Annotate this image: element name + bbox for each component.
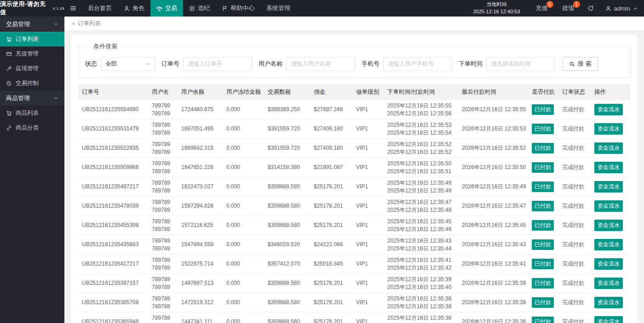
topbar-right: 当地时间 2025-12-16 12:40:53 充值 0 提现 1 admin: [465, 0, 644, 17]
sidebar-item-goods-category[interactable]: 商品分类: [0, 120, 64, 135]
cell-status: 完成付款: [558, 293, 591, 312]
cell-order-time: 2025年12月16日 12:35:432025年12月16日 12:35:44: [384, 235, 458, 255]
cell-order-no: UB2512161235455398: [78, 216, 148, 235]
search-button[interactable]: 搜 索: [563, 57, 598, 71]
sidebar-item-order-list[interactable]: 订单列表: [0, 32, 64, 46]
cell-amount: $357412.070: [264, 255, 310, 274]
refresh-button[interactable]: [582, 0, 599, 17]
col-action: 操作: [591, 84, 630, 100]
nav-item-label: 系统管理: [266, 4, 290, 12]
search-panel: 条件搜索 状态 全部 订单号 用户名称 手机号 下单时间 搜 索: [78, 42, 630, 78]
user-menu[interactable]: admin: [599, 0, 644, 17]
app-version: V.1.26: [53, 6, 64, 11]
sidebar-item-label: 商品分类: [16, 124, 39, 132]
nav-item-label: 帮助中心: [230, 4, 254, 12]
fund-flow-button[interactable]: 资金流水: [594, 181, 623, 193]
cell-level: VIP1: [352, 216, 384, 235]
cell-paid: 已付款: [528, 119, 558, 139]
cell-username: 789789789789: [148, 177, 178, 197]
cell-frozen: 0.000: [223, 177, 264, 197]
phone-input[interactable]: [383, 57, 452, 71]
col-order-time: 下单时间/付款时间: [384, 84, 458, 100]
sidebar-toggle-button[interactable]: [64, 0, 82, 17]
recharge-button[interactable]: 充值 0: [529, 0, 555, 17]
fund-flow-button[interactable]: 资金流水: [594, 258, 623, 270]
fund-flow-button[interactable]: 资金流水: [594, 316, 623, 323]
sidebar-item-label: 交易控制: [16, 79, 39, 87]
search-legend: 条件搜索: [90, 42, 121, 51]
cell-username: 789789789789: [148, 100, 178, 119]
cell-order-time: 2025年12月16日 12:35:472025年12月16日 12:35:48: [384, 197, 458, 216]
fund-flow-button[interactable]: 资金流水: [594, 220, 623, 231]
hamburger-icon: [70, 5, 76, 11]
nav-item-records[interactable]: 选纪: [183, 0, 216, 17]
sidebar-group-label: 交易管理: [6, 20, 30, 28]
fund-flow-button[interactable]: 资金流水: [594, 239, 623, 250]
cell-action: 资金流水: [591, 293, 630, 312]
status-select[interactable]: 全部: [101, 57, 155, 71]
paid-badge: 已付款: [532, 162, 554, 173]
cell-order-no: UB2512161235365948: [78, 312, 148, 323]
col-level: 做单级别: [352, 84, 384, 100]
order-no-input[interactable]: [183, 57, 252, 71]
nav-item-roles[interactable]: 角色: [118, 0, 150, 17]
cell-frozen: 0.000: [223, 158, 264, 177]
cell-paid: 已付款: [528, 235, 558, 255]
fund-flow-button[interactable]: 资金流水: [594, 278, 623, 289]
nav-item-home[interactable]: 后台首页: [82, 0, 118, 17]
app-title: 演示使用-请勿充值: [0, 0, 52, 17]
paid-badge: 已付款: [532, 278, 554, 289]
cell-order-no: UB2512161235509966: [78, 158, 148, 177]
cell-order-no: UB2512161235385708: [78, 293, 148, 312]
table-row: UB25121612354780397897897897891597294.82…: [78, 197, 630, 216]
sidebar-group-goods[interactable]: 商品管理: [0, 91, 64, 106]
order-table: 订单号 用户名 用户余额 用户冻结金额 交易数额 佣金 做单级别 下单时间/付款…: [78, 84, 630, 323]
nav-item-system[interactable]: 系统管理: [260, 0, 296, 17]
table-row: UB25121612355228357897897897891669642.31…: [78, 139, 630, 158]
sidebar-item-label: 提现管理: [16, 65, 39, 73]
paid-badge: 已付款: [532, 143, 554, 153]
search-form: 状态 全部 订单号 用户名称 手机号 下单时间 搜 索: [85, 57, 623, 71]
fund-flow-button[interactable]: 资金流水: [594, 142, 623, 154]
paid-badge: 已付款: [532, 220, 554, 231]
sidebar-item-trade-control[interactable]: 交易控制: [0, 76, 64, 91]
breadcrumb: »订单列表: [64, 17, 644, 30]
sidebar-item-withdraw[interactable]: 提现管理: [0, 61, 64, 76]
cell-paid: 已付款: [528, 274, 558, 293]
search-button-label: 搜 索: [578, 60, 592, 68]
fund-flow-button[interactable]: 资金流水: [594, 200, 623, 212]
col-frozen: 用户冻结金额: [223, 84, 264, 100]
withdraw-button[interactable]: 提现 1: [555, 0, 582, 17]
cell-action: 资金流水: [591, 139, 630, 158]
sidebar-group-trade[interactable]: 交易管理: [0, 17, 64, 32]
fund-flow-button[interactable]: 资金流水: [594, 123, 623, 135]
table-row: UB25121612355099667897897897891647651.22…: [78, 158, 630, 177]
sidebar-group-label: 商品管理: [6, 94, 30, 102]
cell-username: 789789789789: [148, 158, 178, 177]
cell-level: VIP1: [352, 293, 384, 312]
fund-flow-button[interactable]: 资金流水: [594, 297, 623, 308]
sidebar-item-label: 充值管理: [16, 50, 39, 58]
username-input[interactable]: [286, 57, 355, 71]
cell-order-no: UB2512161235417217: [78, 255, 148, 274]
cell-action: 资金流水: [591, 119, 630, 139]
order-time-input[interactable]: [486, 57, 555, 71]
sidebar-item-recharge[interactable]: 充值管理: [0, 46, 64, 61]
nav-item-help[interactable]: 帮助中心: [216, 0, 260, 17]
col-order-no: 订单号: [78, 84, 148, 100]
cell-paid: 已付款: [528, 216, 558, 235]
cell-balance: 1597294.826: [178, 197, 223, 216]
status-select-value: 全部: [105, 60, 117, 68]
chevron-up-icon: [633, 6, 638, 11]
sidebar-item-goods-list[interactable]: 商品列表: [0, 106, 64, 120]
fund-flow-button[interactable]: 资金流水: [594, 104, 623, 115]
paid-badge: 已付款: [532, 239, 554, 250]
cell-username: 789789789789: [148, 119, 178, 139]
cell-status: 完成付款: [558, 100, 591, 119]
cell-order-no: UB2512161235554990: [78, 100, 148, 119]
cell-order-time: 2025年12月16日 12:35:412025年12月16日 12:35:42: [384, 255, 458, 274]
table-row: UB25121612354972177897897897891622473.02…: [78, 177, 630, 197]
fund-flow-button[interactable]: 资金流水: [594, 162, 623, 173]
order-time-label: 下单时间: [459, 60, 483, 68]
nav-item-trade[interactable]: 交易: [150, 0, 183, 17]
